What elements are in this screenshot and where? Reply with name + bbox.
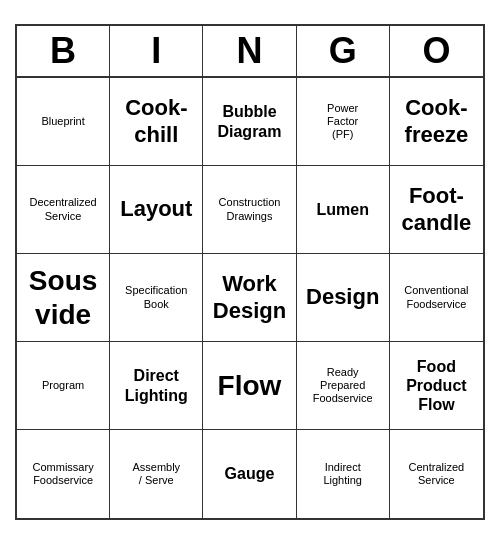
bingo-cell-18[interactable]: Ready Prepared Foodservice bbox=[297, 342, 390, 430]
bingo-card: BINGO BlueprintCook- chillBubble Diagram… bbox=[15, 24, 485, 520]
cell-text-5: Decentralized Service bbox=[29, 196, 96, 222]
bingo-cell-11[interactable]: Specification Book bbox=[110, 254, 203, 342]
header-letter-g: G bbox=[297, 26, 390, 76]
cell-text-18: Ready Prepared Foodservice bbox=[313, 366, 373, 406]
cell-text-15: Program bbox=[42, 379, 84, 392]
cell-text-10: Sous vide bbox=[29, 264, 97, 331]
cell-text-14: Conventional Foodservice bbox=[404, 284, 468, 310]
bingo-cell-21[interactable]: Assembly / Serve bbox=[110, 430, 203, 518]
cell-text-4: Cook- freeze bbox=[405, 95, 469, 148]
cell-text-1: Cook- chill bbox=[125, 95, 187, 148]
bingo-cell-17[interactable]: Flow bbox=[203, 342, 296, 430]
cell-text-6: Layout bbox=[120, 196, 192, 222]
cell-text-2: Bubble Diagram bbox=[217, 102, 281, 140]
bingo-cell-15[interactable]: Program bbox=[17, 342, 110, 430]
cell-text-13: Design bbox=[306, 284, 379, 310]
cell-text-21: Assembly / Serve bbox=[132, 461, 180, 487]
cell-text-17: Flow bbox=[218, 369, 282, 403]
bingo-cell-23[interactable]: Indirect Lighting bbox=[297, 430, 390, 518]
bingo-cell-9[interactable]: Foot- candle bbox=[390, 166, 483, 254]
cell-text-8: Lumen bbox=[316, 200, 368, 219]
cell-text-23: Indirect Lighting bbox=[323, 461, 362, 487]
bingo-cell-24[interactable]: Centralized Service bbox=[390, 430, 483, 518]
header-letter-i: I bbox=[110, 26, 203, 76]
bingo-header: BINGO bbox=[17, 26, 483, 78]
bingo-cell-22[interactable]: Gauge bbox=[203, 430, 296, 518]
bingo-cell-8[interactable]: Lumen bbox=[297, 166, 390, 254]
header-letter-n: N bbox=[203, 26, 296, 76]
bingo-cell-19[interactable]: Food Product Flow bbox=[390, 342, 483, 430]
bingo-cell-5[interactable]: Decentralized Service bbox=[17, 166, 110, 254]
bingo-cell-12[interactable]: Work Design bbox=[203, 254, 296, 342]
bingo-cell-1[interactable]: Cook- chill bbox=[110, 78, 203, 166]
cell-text-3: Power Factor (PF) bbox=[327, 102, 358, 142]
bingo-cell-14[interactable]: Conventional Foodservice bbox=[390, 254, 483, 342]
bingo-cell-0[interactable]: Blueprint bbox=[17, 78, 110, 166]
bingo-cell-3[interactable]: Power Factor (PF) bbox=[297, 78, 390, 166]
cell-text-7: Construction Drawings bbox=[219, 196, 281, 222]
cell-text-20: Commissary Foodservice bbox=[33, 461, 94, 487]
bingo-cell-6[interactable]: Layout bbox=[110, 166, 203, 254]
cell-text-0: Blueprint bbox=[41, 115, 84, 128]
cell-text-11: Specification Book bbox=[125, 284, 187, 310]
bingo-cell-16[interactable]: Direct Lighting bbox=[110, 342, 203, 430]
header-letter-o: O bbox=[390, 26, 483, 76]
bingo-cell-4[interactable]: Cook- freeze bbox=[390, 78, 483, 166]
bingo-cell-20[interactable]: Commissary Foodservice bbox=[17, 430, 110, 518]
bingo-cell-10[interactable]: Sous vide bbox=[17, 254, 110, 342]
bingo-cell-13[interactable]: Design bbox=[297, 254, 390, 342]
cell-text-16: Direct Lighting bbox=[125, 366, 188, 404]
bingo-cell-7[interactable]: Construction Drawings bbox=[203, 166, 296, 254]
cell-text-24: Centralized Service bbox=[409, 461, 465, 487]
cell-text-9: Foot- candle bbox=[402, 183, 472, 236]
bingo-grid: BlueprintCook- chillBubble DiagramPower … bbox=[17, 78, 483, 518]
bingo-cell-2[interactable]: Bubble Diagram bbox=[203, 78, 296, 166]
cell-text-19: Food Product Flow bbox=[406, 357, 466, 415]
cell-text-12: Work Design bbox=[213, 271, 286, 324]
header-letter-b: B bbox=[17, 26, 110, 76]
cell-text-22: Gauge bbox=[225, 464, 275, 483]
